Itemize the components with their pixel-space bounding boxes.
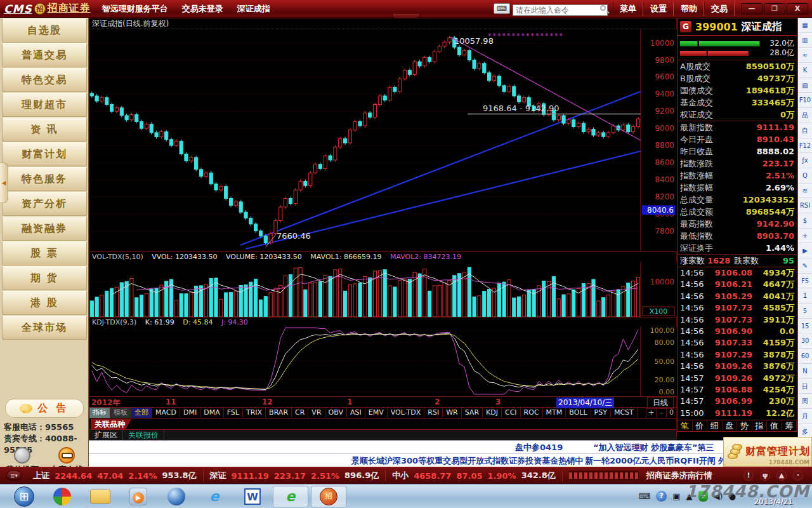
indicator-tab-VOL-TDX[interactable]: VOL-TDX bbox=[388, 408, 425, 418]
sidebar-item-股票[interactable]: 股 票 bbox=[2, 241, 87, 265]
tick-list[interactable]: 14:569106.084934万14:569106.214647万14:569… bbox=[678, 267, 797, 420]
indicator-tab-VR[interactable]: VR bbox=[308, 408, 325, 418]
quote-table-icon[interactable]: ▥ bbox=[798, 33, 812, 48]
sidebar-item-全球市场[interactable]: 全球市场 bbox=[2, 316, 87, 340]
news-item[interactable]: “加入智远理财 炒股赢豪车”第三 bbox=[593, 442, 714, 453]
quote-tab-价[interactable]: 价 bbox=[693, 420, 708, 432]
play-icon[interactable]: ▶ bbox=[798, 243, 812, 258]
restore-button[interactable]: ❐ bbox=[764, 3, 785, 15]
quote-tab-值[interactable]: 值 bbox=[767, 420, 782, 432]
rsi-icon[interactable]: RSI bbox=[798, 198, 812, 213]
index-segment-上证[interactable]: 上证2244.6447.042.14%953.8亿 bbox=[27, 470, 204, 481]
wealth-banner[interactable]: 财富管理计划 178448.COM bbox=[723, 437, 812, 467]
alert-icon[interactable]: ! bbox=[743, 471, 754, 481]
volume-icon[interactable]: ◀) bbox=[714, 491, 723, 501]
start-button[interactable]: ⊞ bbox=[6, 486, 42, 507]
indicator-tab-RSI[interactable]: RSI bbox=[424, 408, 443, 418]
trend-line-icon[interactable]: ≈ bbox=[798, 48, 812, 63]
kline-icon[interactable]: K bbox=[798, 63, 812, 78]
quote-tab-细[interactable]: 细 bbox=[707, 420, 723, 432]
indicator-ctrl-0[interactable]: 0 bbox=[666, 408, 676, 418]
indicator-tab-TRIX[interactable]: TRIX bbox=[243, 408, 266, 418]
indicator-tab-全部[interactable]: 全部 bbox=[131, 408, 152, 418]
kdj-pane[interactable]: 100.0080.0050.0020.000.00 bbox=[89, 327, 676, 396]
indicator-tab-FSL[interactable]: FSL bbox=[224, 408, 243, 418]
menu-login-status[interactable]: 交易未登录 bbox=[182, 3, 223, 15]
indicator-tab-BRAR[interactable]: BRAR bbox=[266, 408, 292, 418]
sidebar-item-理财超市[interactable]: 理财超市 bbox=[2, 93, 87, 117]
news-item[interactable]: 盘中参0419 bbox=[515, 442, 563, 453]
news-page-icon[interactable]: ▤ bbox=[798, 78, 812, 93]
indicator-tab-PSY[interactable]: PSY bbox=[591, 408, 611, 418]
sidebar-item-自选股[interactable]: 自选股 bbox=[2, 18, 87, 43]
indicator-ctrl--[interactable]: - bbox=[656, 408, 666, 418]
minimize-button[interactable]: — bbox=[741, 3, 763, 15]
ie-icon[interactable]: e bbox=[197, 486, 232, 507]
index-segment-深证[interactable]: 深证9111.19223.172.51%896.9亿 bbox=[204, 470, 386, 481]
volume-pane[interactable]: 10000X100 bbox=[89, 262, 676, 317]
pin-icon[interactable]: · bbox=[793, 471, 803, 481]
menu-platform[interactable]: 智远理财服务平台 bbox=[102, 3, 168, 15]
tab-related-quotes[interactable]: 关联报价 bbox=[123, 430, 164, 440]
word-icon[interactable]: W bbox=[235, 486, 270, 507]
sidebar-item-融资融券[interactable]: 融资融券 bbox=[2, 217, 87, 241]
indicator-tab-EMV[interactable]: EMV bbox=[365, 408, 388, 418]
indicator-tab-ROC[interactable]: ROC bbox=[521, 408, 543, 418]
period-n[interactable]: N bbox=[798, 364, 812, 379]
indicator-tab-MCST[interactable]: MCST bbox=[611, 408, 638, 418]
move-cross-icon[interactable]: + bbox=[798, 229, 812, 244]
period-1min[interactable]: 1 bbox=[798, 288, 812, 304]
sidebar-item-资产分析[interactable]: 资产分析 bbox=[2, 192, 87, 216]
help-tray-icon[interactable]: ? bbox=[656, 491, 667, 502]
indicator-tab-SAR[interactable]: SAR bbox=[462, 408, 483, 418]
signal-icon[interactable]: ψ bbox=[760, 471, 770, 481]
indicator-tab-WR[interactable]: WR bbox=[443, 408, 462, 418]
menu-current-quote[interactable]: 深证成指 bbox=[237, 3, 270, 15]
command-input[interactable] bbox=[513, 4, 608, 16]
indicator-tab-CCI[interactable]: CCI bbox=[502, 408, 521, 418]
period-5min[interactable]: 5 bbox=[798, 304, 812, 319]
indicator-tab-DMI[interactable]: DMI bbox=[180, 408, 200, 418]
trade-button[interactable]: 交易 bbox=[704, 2, 735, 16]
quote-tab-筹[interactable]: 筹 bbox=[782, 420, 797, 432]
f10-info-icon[interactable]: F10 bbox=[798, 93, 812, 108]
block-tree-icon[interactable]: 品 bbox=[798, 108, 812, 123]
period-30min[interactable]: 30 bbox=[798, 333, 812, 349]
f5-refresh-icon[interactable]: F5 bbox=[798, 274, 812, 289]
period-month[interactable]: 月 bbox=[798, 409, 812, 424]
sidebar-item-特色服务[interactable]: 特色服务 bbox=[2, 167, 87, 191]
indicator-tab-OBV[interactable]: OBV bbox=[325, 408, 347, 418]
sphere-icon[interactable] bbox=[159, 486, 194, 507]
sidebar-item-资讯[interactable]: 资 讯 bbox=[2, 117, 87, 142]
indicator-tab-DMA[interactable]: DMA bbox=[200, 408, 224, 418]
taskbar-clock[interactable]: 2013/4/21 bbox=[754, 497, 793, 506]
indicator-tab-BOLL[interactable]: BOLL bbox=[566, 408, 591, 418]
green-e-icon[interactable]: e bbox=[273, 486, 308, 507]
quote-tab-盘[interactable]: 盘 bbox=[723, 420, 738, 432]
search-icon[interactable] bbox=[600, 5, 606, 11]
indicator-tab-KDJ[interactable]: KDJ bbox=[483, 408, 502, 418]
app-suite-icon[interactable] bbox=[44, 486, 80, 507]
close-button[interactable]: X bbox=[787, 3, 808, 15]
folder-icon[interactable] bbox=[82, 486, 118, 507]
menu-button[interactable]: 菜单 bbox=[613, 2, 643, 16]
f12-trade-icon[interactable]: F12 bbox=[798, 138, 812, 154]
monkey-tray-icon[interactable]: ● bbox=[729, 491, 736, 501]
indicator-tab-CR[interactable]: CR bbox=[292, 408, 308, 418]
sidebar-collapse-handle[interactable]: ◀ bbox=[0, 163, 8, 203]
sidebar-item-期货[interactable]: 期 货 bbox=[2, 266, 87, 290]
candlestick-pane[interactable]: 1000098009600940092009000880086008400820… bbox=[89, 29, 676, 251]
index-segment-中小[interactable]: 中小4658.7787.051.90%342.8亿 bbox=[386, 470, 563, 481]
indicator-ctrl-+[interactable]: + bbox=[646, 408, 656, 418]
tray-expand-icon[interactable]: ▲ bbox=[686, 491, 693, 501]
security-shield-icon[interactable]: + bbox=[698, 491, 708, 502]
zoom-search-icon[interactable]: Q bbox=[798, 168, 812, 184]
settings-button[interactable]: 设置 bbox=[643, 2, 674, 16]
sidebar-item-财富计划[interactable]: 财富计划 bbox=[2, 142, 87, 166]
period-60min[interactable]: 60 bbox=[798, 349, 812, 364]
quote-tab-势[interactable]: 势 bbox=[737, 420, 752, 432]
news-item[interactable]: 景顺长城沪深300等权重交易型开放式指数证券投资基金热销中 bbox=[351, 455, 583, 467]
indicator-tab-MTM[interactable]: MTM bbox=[543, 408, 566, 418]
draw-pencil-icon[interactable]: ✎ bbox=[798, 258, 812, 274]
news-item[interactable]: 新一轮2000亿元人民币RQFII开闸 外 bbox=[585, 455, 726, 467]
